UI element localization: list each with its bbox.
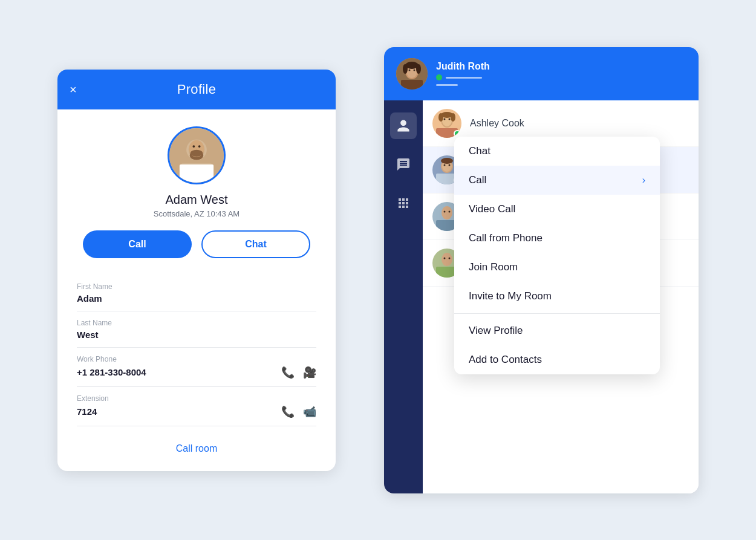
context-menu-chat[interactable]: Chat — [454, 137, 660, 166]
svg-rect-13 — [401, 80, 423, 89]
profile-body: Adam West Scottsdale, AZ 10:43 AM Call C… — [57, 109, 336, 471]
context-menu-joinroom[interactable]: Join Room — [454, 253, 660, 282]
svg-point-43 — [444, 257, 446, 259]
contact-name-ashley: Ashley Cook — [470, 118, 524, 129]
context-menu-divider — [454, 313, 660, 314]
first-name-label: First Name — [77, 282, 316, 291]
work-phone-label: Work Phone — [77, 355, 316, 363]
header-status — [436, 74, 686, 80]
avatar-section: Adam West Scottsdale, AZ 10:43 AM — [77, 126, 316, 218]
header-name: Judith Roth — [436, 61, 686, 72]
contact-avatar-ashley — [432, 109, 461, 138]
context-menu-callfromphone[interactable]: Call from Phone — [454, 224, 660, 253]
last-name-field: Last Name West — [77, 311, 316, 348]
svg-point-26 — [438, 113, 443, 122]
svg-rect-9 — [180, 164, 213, 183]
extension-value: 7124 📞 📹 — [77, 405, 316, 418]
action-buttons: Call Chat — [77, 230, 316, 258]
context-menu-videocall[interactable]: Video Call — [454, 195, 660, 224]
svg-point-7 — [198, 145, 201, 148]
extension-field: Extension 7124 📞 📹 — [77, 387, 316, 426]
work-phone-field: Work Phone +1 281-330-8004 📞 🎥 — [77, 348, 316, 387]
info-section: First Name Adam Last Name West Work Phon… — [77, 275, 316, 426]
call-room-link[interactable]: Call room — [77, 438, 316, 459]
call-button[interactable]: Call — [83, 230, 192, 258]
video-call-icon[interactable]: 🎥 — [303, 366, 316, 379]
chat-button[interactable]: Chat — [201, 230, 310, 258]
close-button[interactable]: × — [70, 83, 77, 96]
context-menu-invitetoroom[interactable]: Invite to My Room — [454, 282, 660, 311]
header-avatar — [396, 58, 428, 89]
person-location: Scottsdale, AZ 10:43 AM — [154, 209, 240, 218]
last-name-label: Last Name — [77, 319, 316, 327]
svg-point-23 — [444, 118, 446, 120]
status-line — [446, 77, 482, 79]
first-name-field: First Name Adam — [77, 275, 316, 311]
profile-header: × Profile — [57, 70, 336, 109]
profile-title: Profile — [177, 82, 216, 97]
profile-card: × Profile — [57, 70, 336, 471]
right-header: Judith Roth — [384, 47, 699, 100]
work-phone-value: +1 281-330-8004 📞 🎥 — [77, 366, 316, 379]
svg-point-18 — [416, 64, 421, 74]
svg-point-32 — [444, 164, 446, 166]
context-menu-call[interactable]: Call › — [454, 166, 660, 195]
right-panel: Judith Roth — [384, 47, 699, 493]
context-menu-viewprofile[interactable]: View Profile — [454, 316, 660, 345]
sidebar-nav — [384, 100, 423, 493]
panel-body: Ashley Cook Al Fisher — [384, 100, 699, 493]
svg-point-33 — [449, 164, 451, 166]
call-chevron-icon: › — [642, 175, 645, 186]
extension-video-icon[interactable]: 📹 — [303, 405, 316, 418]
context-menu-addcontact[interactable]: Add to Contacts — [454, 345, 660, 374]
svg-point-36 — [442, 206, 452, 220]
nav-apps-icon[interactable] — [390, 190, 417, 216]
online-status-dot — [436, 74, 442, 80]
svg-point-39 — [449, 210, 451, 212]
first-name-value: Adam — [77, 293, 316, 304]
svg-point-24 — [449, 118, 451, 120]
svg-point-41 — [442, 253, 452, 266]
person-name: Adam West — [166, 193, 228, 207]
context-menu: Chat Call › Video Call Call from Phone J… — [454, 137, 660, 374]
svg-point-34 — [441, 158, 453, 164]
phone-call-icon[interactable]: 📞 — [281, 366, 295, 379]
header-info: Judith Roth — [436, 61, 686, 86]
contacts-list: Ashley Cook Al Fisher — [423, 100, 699, 493]
svg-point-15 — [414, 69, 415, 71]
svg-point-8 — [191, 149, 203, 156]
phone-icons: 📞 🎥 — [281, 366, 316, 379]
svg-point-38 — [444, 210, 446, 212]
extension-icons: 📞 📹 — [281, 405, 316, 418]
nav-chat-icon[interactable] — [390, 151, 417, 178]
extension-phone-icon[interactable]: 📞 — [281, 405, 295, 418]
svg-point-44 — [449, 257, 451, 259]
svg-point-14 — [409, 69, 411, 71]
nav-contacts-icon[interactable] — [390, 112, 417, 139]
svg-point-6 — [192, 145, 195, 148]
status-line-short — [436, 84, 458, 86]
svg-point-17 — [403, 64, 408, 74]
avatar — [168, 126, 226, 184]
contact-online-dot-ashley — [454, 130, 461, 137]
last-name-value: West — [77, 330, 316, 340]
svg-point-27 — [451, 113, 455, 122]
extension-label: Extension — [77, 394, 316, 403]
